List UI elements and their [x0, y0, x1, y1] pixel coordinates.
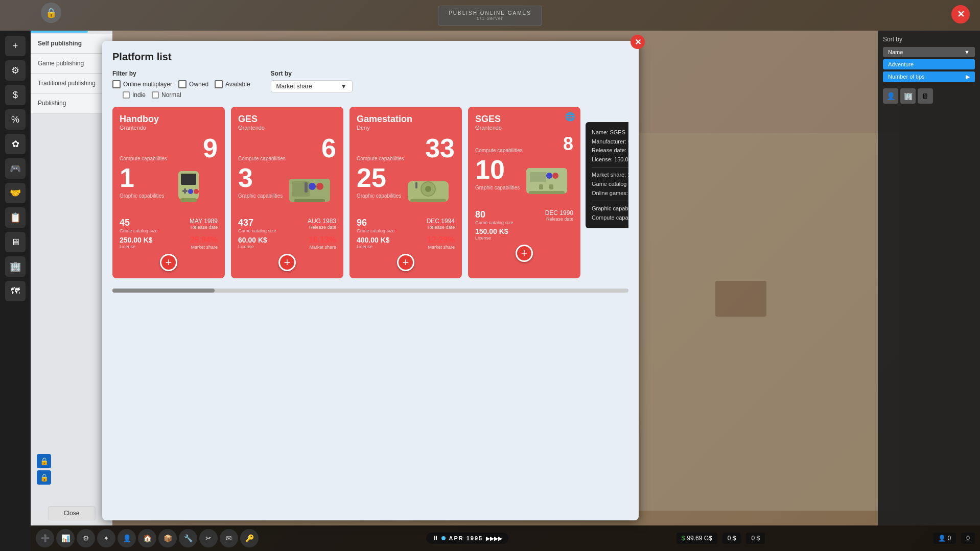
sges-online-icon: 🌐 [565, 112, 575, 122]
handboy-footer: 45 Game catalog size MAY 1989 Release da… [120, 218, 218, 233]
right-icon-3[interactable]: 🖥 [918, 88, 933, 104]
tooltip-online-games: Online games: Enabled [592, 189, 628, 198]
platform-card-ges[interactable]: GES Grantendo Compute capabilities 6 3 G… [231, 107, 343, 278]
sidebar-icon-gamepad[interactable]: 🎮 [5, 158, 26, 179]
svg-rect-22 [415, 182, 417, 188]
sort-label: Sort by [271, 70, 353, 77]
svg-rect-16 [294, 199, 325, 202]
svg-rect-28 [549, 184, 553, 189]
close-self-pub-button[interactable]: Close [48, 506, 96, 520]
platforms-row: Handboy Grantendo Compute capabilities 9… [112, 107, 628, 283]
platform-card-sges[interactable]: 🌐 SGES Grantendo Compute capabilities 8 … [468, 107, 580, 278]
right-panel-icons: 👤 🏢 🖥 [883, 88, 975, 104]
checkbox-normal[interactable] [152, 91, 159, 99]
top-bar: 🔒 PUBLISH ONLINE GAMES 0/1 Server ✕ [0, 0, 980, 31]
filter-online-multiplayer[interactable]: Online multiplayer [112, 80, 172, 88]
bottom-icon-5[interactable]: 👤 [118, 529, 136, 547]
checkbox-owned[interactable] [178, 80, 186, 88]
platform-card-handboy[interactable]: Handboy Grantendo Compute capabilities 9… [112, 107, 225, 278]
sidebar-icon-monitor[interactable]: 🖥 [5, 232, 26, 252]
bottom-bar: ➕ 📊 ⚙ ✦ 👤 🏠 📦 🔧 ✂ ✉ 🔑 ⏸ APR 1995 ▶▶▶▶ $ … [31, 525, 980, 551]
bottom-icon-11[interactable]: 🔑 [240, 529, 259, 547]
bottom-icon-2[interactable]: 📊 [56, 529, 75, 547]
lock-icon-2[interactable]: 🔒 [37, 470, 51, 485]
bottom-icons-left: ➕ 📊 ⚙ ✦ 👤 🏠 📦 🔧 ✂ ✉ 🔑 [36, 529, 259, 547]
platform-modal: ✕ Platform list Filter by Online multipl… [102, 41, 639, 520]
nav-item-traditional-publishing[interactable]: Traditional publishing [31, 74, 112, 93]
sidebar-icon-coins[interactable]: $ [5, 85, 26, 105]
ges-add-button[interactable]: + [278, 254, 296, 271]
ges-license-row: 60.00 K$ License 16.13% Market share [238, 235, 336, 250]
sort-by-label: Sort by [883, 36, 975, 43]
sges-add-button[interactable]: + [516, 245, 533, 262]
bottom-icon-1[interactable]: ➕ [36, 529, 54, 547]
tooltip-manufacturer: Manufacturer: Grantendo [592, 137, 628, 147]
sidebar-icon-map[interactable]: 🗺 [5, 281, 26, 301]
money-display: $ 99.69 G$ 0 $ 0 $ [676, 533, 765, 544]
lock-icon-1[interactable]: 🔒 [37, 454, 51, 468]
nav-progress-bar [31, 31, 88, 33]
sidebar-icon-building[interactable]: 🏢 [5, 256, 26, 277]
gamestation-footer: 96 Game catalog size DEC 1994 Release da… [357, 218, 455, 233]
handboy-add-button[interactable]: + [160, 254, 177, 271]
scroll-thumb[interactable] [112, 289, 215, 293]
sges-compute-row: Compute capabilities 8 [475, 135, 573, 153]
nav-item-self-publishing[interactable]: Self publishing [31, 34, 112, 54]
filter-normal[interactable]: Normal [152, 91, 181, 99]
checkbox-online-multiplayer[interactable] [112, 80, 121, 88]
modal-container: ✕ Platform list Filter by Online multipl… [102, 41, 639, 520]
sidebar-icon-document[interactable]: 📋 [5, 207, 26, 228]
sidebar-icon-hand[interactable]: 🤝 [5, 183, 26, 203]
publish-online-button[interactable]: PUBLISH ONLINE GAMES 0/1 Server [438, 6, 542, 26]
svg-rect-6 [181, 174, 196, 185]
bottom-icon-7[interactable]: 📦 [158, 529, 177, 547]
sort-dropdown[interactable]: Market share ▼ [271, 80, 353, 92]
sidebar-icon-percent[interactable]: % [5, 109, 26, 130]
modal-close-button[interactable]: ✕ [631, 35, 645, 49]
time-display: ⏸ APR 1995 ▶▶▶▶ [426, 533, 508, 544]
fast-forward-button[interactable]: ▶▶▶▶ [486, 536, 502, 541]
platform-card-gamestation[interactable]: Gamestation Deny Compute capabilities 33… [349, 107, 462, 278]
handboy-compute-row: Compute capabilities 9 [120, 135, 218, 161]
handboy-license-row: 250.00 K$ License 29.94% Market share [120, 235, 218, 250]
sort-name-button[interactable]: Name ▼ [883, 47, 975, 57]
currency-icon: $ [682, 535, 685, 542]
bottom-icon-6[interactable]: 🏠 [138, 529, 156, 547]
right-icon-2[interactable]: 🏢 [900, 88, 916, 104]
tooltip-graphic-cap: Graphic capabilities: 10 [592, 204, 628, 213]
filter-available[interactable]: Available [215, 80, 250, 88]
sidebar-icon-plus[interactable]: + [5, 36, 26, 56]
filter-row-primary: Online multiplayer Owned Available [112, 80, 250, 88]
svg-point-25 [552, 173, 558, 179]
bottom-icon-3[interactable]: ⚙ [77, 529, 95, 547]
bottom-icon-8[interactable]: 🔧 [179, 529, 197, 547]
filter-owned[interactable]: Owned [178, 80, 208, 88]
bottom-icon-4[interactable]: ✦ [97, 529, 115, 547]
left-sidebar: + ⚙ $ % ✿ 🎮 🤝 📋 🖥 🏢 🗺 [0, 31, 31, 551]
num-tips-button[interactable]: Number of tips ▶ [883, 71, 975, 82]
pause-button[interactable]: ⏸ [432, 535, 438, 542]
sidebar-icon-flower[interactable]: ✿ [5, 134, 26, 154]
checkbox-available[interactable] [215, 80, 223, 88]
gamestation-add-button[interactable]: + [397, 254, 414, 271]
filter-section: Filter by Online multiplayer Owned Avail… [112, 70, 250, 99]
gamestation-compute-row: Compute capabilities 33 [357, 135, 455, 161]
bottom-icon-9[interactable]: ✂ [199, 529, 218, 547]
checkbox-indie[interactable] [123, 91, 130, 99]
right-icon-1[interactable]: 👤 [883, 88, 898, 104]
nav-item-game-publishing[interactable]: Game publishing [31, 54, 112, 74]
filter-indie[interactable]: Indie [123, 91, 146, 99]
svg-point-15 [309, 183, 316, 190]
filter-label: Filter by [112, 70, 250, 77]
tooltip-release-date: Release date: DEC 1990 [592, 146, 628, 155]
sidebar-icon-gear[interactable]: ⚙ [5, 60, 26, 81]
tooltip-catalog-size: Game catalog size: 80 [592, 180, 628, 189]
sort-section: Sort by Market share ▼ [271, 70, 353, 92]
top-close-button[interactable]: ✕ [951, 5, 970, 23]
adventure-button[interactable]: Adventure [883, 59, 975, 69]
scroll-track[interactable] [112, 289, 628, 293]
main-money: $ 99.69 G$ [676, 533, 717, 544]
bottom-icon-10[interactable]: ✉ [220, 529, 238, 547]
ges-header: GES Grantendo [238, 114, 336, 131]
nav-item-publishing[interactable]: Publishing [31, 93, 112, 113]
